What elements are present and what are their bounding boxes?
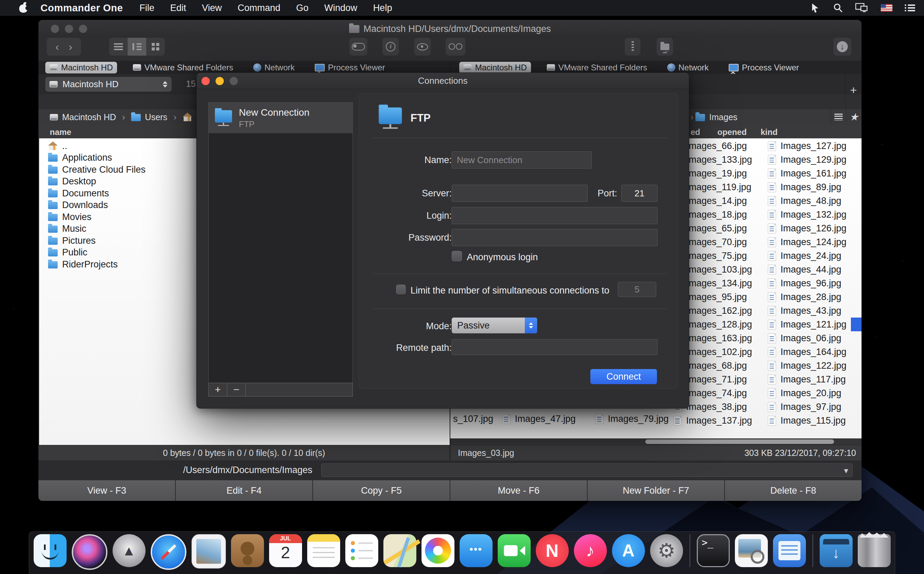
toggle-panels-button[interactable] bbox=[349, 38, 367, 55]
dock-icon-art[interactable]: ••• bbox=[460, 534, 493, 567]
file-row[interactable]: Images_137.jpg bbox=[674, 414, 767, 427]
dock-icon-art[interactable]: N bbox=[536, 534, 569, 567]
minimize-button[interactable] bbox=[216, 77, 224, 85]
file-row[interactable]: Images_164.jpg bbox=[768, 345, 861, 359]
dock-icon-mail[interactable] bbox=[192, 534, 226, 573]
dock-icon-art[interactable] bbox=[192, 534, 226, 569]
favorites-button[interactable]: ★ bbox=[846, 109, 861, 125]
dock-icon-launchpad[interactable]: ▲ bbox=[113, 534, 146, 572]
dock-icon-terminal[interactable]: >_ bbox=[697, 534, 730, 572]
pointer-icon[interactable] bbox=[810, 3, 820, 13]
dock-icon-calendar[interactable]: JUL 2 bbox=[269, 534, 302, 572]
tab[interactable]: VMware Shared Folders bbox=[543, 62, 652, 74]
scrollbar-thumb[interactable] bbox=[645, 440, 834, 444]
menu-item[interactable]: Edit bbox=[170, 3, 186, 13]
file-row[interactable]: Images_161.jpg bbox=[768, 167, 861, 180]
dock-icon-siri[interactable] bbox=[72, 534, 107, 574]
breadcrumb-users[interactable]: Users bbox=[145, 112, 167, 122]
password-field[interactable] bbox=[452, 229, 658, 246]
file-row[interactable]: Images_89.jpg bbox=[768, 180, 861, 194]
file-row[interactable]: Images_127.jpg bbox=[768, 139, 861, 153]
command-line-input[interactable]: ▾ bbox=[321, 464, 853, 477]
menu-item[interactable]: View bbox=[202, 3, 222, 13]
file-row[interactable]: Images_97.jpg bbox=[768, 400, 861, 414]
view-mode-group[interactable] bbox=[109, 38, 165, 55]
forward-icon[interactable]: › bbox=[69, 41, 72, 53]
menu-item[interactable]: File bbox=[139, 3, 154, 13]
tab[interactable]: Network bbox=[663, 62, 713, 74]
detail-view-button[interactable] bbox=[128, 38, 146, 55]
limit-value-field[interactable]: 5 bbox=[618, 282, 656, 297]
preview-button[interactable] bbox=[414, 38, 431, 55]
horizontal-scrollbar[interactable] bbox=[450, 438, 861, 445]
dock-icon-reminders[interactable] bbox=[345, 534, 378, 572]
remove-connection-button[interactable]: − bbox=[227, 383, 246, 396]
dock-icon-art[interactable] bbox=[345, 534, 378, 567]
new-tab-button[interactable]: + bbox=[845, 74, 861, 109]
dock-icon-art[interactable]: ⚙ bbox=[650, 534, 683, 567]
displays-icon[interactable] bbox=[855, 3, 868, 13]
dock-icon-art[interactable] bbox=[307, 534, 340, 567]
info-button[interactable]: i bbox=[383, 38, 399, 55]
dock-separator[interactable] bbox=[811, 534, 814, 572]
function-button[interactable]: Copy - F5 bbox=[313, 480, 450, 501]
archive-button[interactable] bbox=[625, 38, 641, 55]
dock-icon-safari[interactable] bbox=[151, 534, 186, 574]
dock-icon-art[interactable] bbox=[34, 534, 66, 567]
function-button[interactable]: Move - F6 bbox=[450, 480, 587, 501]
dock-icon-maps[interactable] bbox=[383, 534, 416, 572]
tab[interactable]: Macintosh HD bbox=[459, 62, 531, 74]
list-view-button[interactable] bbox=[109, 38, 128, 55]
file-row[interactable]: Images_132.jpg bbox=[768, 208, 861, 221]
tab[interactable]: Network bbox=[249, 62, 299, 74]
dock-icon-photos[interactable] bbox=[422, 534, 455, 572]
column-header-fragment[interactable]: ed bbox=[691, 127, 700, 137]
dock-icon-art[interactable] bbox=[231, 534, 264, 567]
tab[interactable]: Process Viewer bbox=[724, 62, 803, 74]
file-row[interactable]: Images_20.jpg bbox=[768, 386, 861, 400]
file-row[interactable]: Images_117.jpg bbox=[768, 372, 861, 386]
dock-icon-art[interactable]: >_ bbox=[697, 534, 730, 567]
file-row[interactable]: Images_44.jpg bbox=[768, 263, 861, 276]
anonymous-login-checkbox[interactable] bbox=[452, 251, 462, 261]
file-row[interactable]: Images_126.jpg bbox=[768, 221, 861, 235]
dock-icon-art[interactable] bbox=[812, 534, 813, 567]
function-button[interactable]: New Folder - F7 bbox=[588, 480, 724, 501]
dock-icon-finder[interactable] bbox=[34, 534, 66, 572]
back-forward-buttons[interactable]: ‹› bbox=[47, 38, 81, 55]
menu-item[interactable]: Help bbox=[373, 3, 392, 13]
dock-icon-art[interactable] bbox=[858, 534, 891, 567]
dock-icon-notes[interactable] bbox=[307, 534, 340, 572]
dock-icon-contacts[interactable] bbox=[231, 534, 264, 572]
dock-icon-trash[interactable] bbox=[858, 534, 891, 572]
dialog-titlebar[interactable]: Connections bbox=[197, 73, 689, 89]
close-button[interactable] bbox=[201, 77, 210, 85]
dock-icon-art[interactable] bbox=[689, 534, 690, 567]
file-row[interactable]: Images_43.jpg bbox=[768, 304, 861, 317]
dock-icon-art[interactable] bbox=[422, 534, 455, 567]
window-titlebar[interactable]: Macintosh HD/Users/dmx/Documents/Images bbox=[38, 20, 861, 38]
dock-icon-downloads[interactable]: ↓ bbox=[820, 534, 853, 572]
menu-item[interactable]: Command bbox=[238, 3, 280, 13]
login-field[interactable] bbox=[452, 207, 658, 224]
dock-icon-preview[interactable] bbox=[735, 534, 768, 572]
dock-icon-art[interactable] bbox=[773, 534, 806, 567]
dock-icon-art[interactable]: ▲ bbox=[113, 534, 146, 567]
list-icon[interactable] bbox=[905, 4, 915, 12]
dock-icon-messages[interactable]: ••• bbox=[460, 534, 493, 572]
function-button[interactable]: View - F3 bbox=[38, 480, 175, 501]
file-row[interactable]: Images_121.jpg bbox=[768, 317, 861, 331]
view-options-button[interactable] bbox=[831, 109, 846, 125]
file-row[interactable]: Images_129.jpg bbox=[768, 153, 861, 167]
dock-icon-itunes[interactable]: ♪ bbox=[574, 534, 607, 572]
add-connection-button[interactable]: + bbox=[209, 383, 227, 396]
menu-item[interactable]: Go bbox=[296, 3, 309, 13]
file-row[interactable]: Images_96.jpg bbox=[768, 276, 861, 290]
file-row[interactable]: Images_48.jpg bbox=[768, 194, 861, 208]
function-button[interactable]: Edit - F4 bbox=[176, 480, 312, 501]
dock-icon-art[interactable] bbox=[735, 534, 768, 567]
tab[interactable]: VMware Shared Folders bbox=[129, 62, 238, 74]
dock-icon-appstore[interactable]: A bbox=[612, 534, 645, 572]
connection-list-item-selected[interactable]: New Connection FTP bbox=[209, 102, 353, 133]
dock-icon-commander-one[interactable] bbox=[773, 534, 806, 572]
